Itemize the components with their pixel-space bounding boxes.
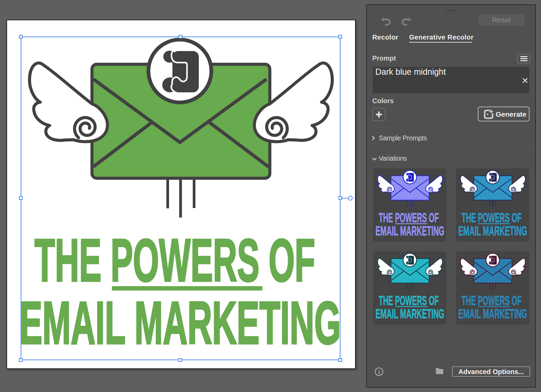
svg-text:THE POWERS OF: THE POWERS OF bbox=[462, 293, 522, 308]
svg-text:EMAIL MARKETING: EMAIL MARKETING bbox=[376, 306, 444, 321]
svg-text:THE POWERS OF: THE POWERS OF bbox=[379, 210, 439, 225]
svg-text:i: i bbox=[378, 369, 380, 375]
svg-text:THE POWERS OF: THE POWERS OF bbox=[379, 293, 439, 308]
svg-text:EMAIL MARKETING: EMAIL MARKETING bbox=[376, 224, 444, 238]
svg-text:THE POWERS OF: THE POWERS OF bbox=[462, 210, 522, 225]
svg-text:EMAIL MARKETING: EMAIL MARKETING bbox=[458, 306, 527, 321]
svg-text:EMAIL MARKETING: EMAIL MARKETING bbox=[458, 224, 527, 238]
